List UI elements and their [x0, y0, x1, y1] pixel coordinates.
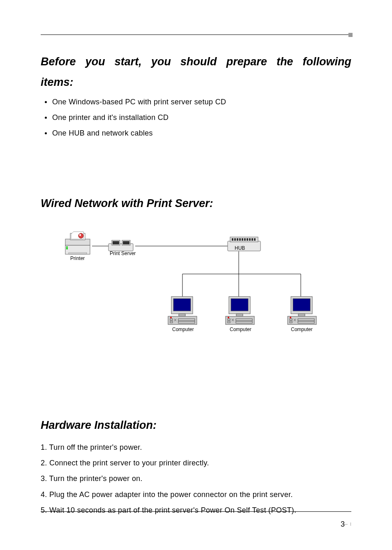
svg-rect-18: [113, 241, 119, 244]
install-step: Wait 10 seconds as part of the print ser…: [41, 505, 351, 515]
prep-item: One printer and it's installation CD: [41, 113, 351, 123]
svg-rect-13: [66, 248, 68, 249]
footer-rule: [41, 511, 351, 512]
install-step: Plug the AC power adapter into the power…: [41, 490, 351, 500]
svg-rect-7: [65, 245, 90, 254]
svg-rect-44: [231, 299, 248, 311]
footer-marker: [350, 522, 351, 526]
label-computer: Computer: [230, 327, 251, 332]
svg-point-40: [170, 317, 172, 318]
svg-rect-34: [179, 314, 185, 316]
svg-rect-24: [237, 238, 238, 241]
svg-point-62: [290, 317, 291, 318]
svg-rect-55: [293, 299, 310, 311]
svg-rect-31: [254, 238, 256, 241]
svg-point-11: [79, 234, 81, 236]
heading-line2: items:: [41, 72, 74, 93]
prep-item: One HUB and network cables: [41, 128, 351, 138]
header-marker: [348, 33, 353, 37]
svg-rect-25: [239, 238, 241, 241]
svg-rect-33: [173, 299, 191, 311]
label-hub: HUB: [235, 245, 245, 251]
svg-point-10: [78, 233, 83, 238]
svg-rect-12: [66, 246, 68, 248]
label-computer: Computer: [172, 327, 194, 332]
svg-rect-23: [234, 238, 236, 241]
heading-line1: Before you start, you should prepare the…: [41, 55, 351, 68]
header-rule: [41, 35, 351, 35]
install-steps: Turn off the printer's power. Connect th…: [41, 442, 351, 515]
label-computer: Computer: [291, 327, 313, 332]
svg-rect-56: [298, 314, 305, 316]
svg-point-51: [228, 317, 229, 318]
footer-marker: [344, 524, 348, 525]
svg-rect-26: [242, 238, 243, 241]
svg-rect-19: [123, 241, 129, 244]
page-content: Before you start, you should prepare the…: [41, 52, 351, 521]
svg-rect-28: [247, 238, 248, 241]
install-step: Connect the print server to your printer…: [41, 458, 351, 468]
label-printer: Printer: [70, 255, 85, 261]
svg-rect-27: [244, 238, 246, 241]
prep-list: One Windows-based PC with print server s…: [41, 97, 351, 139]
heading-prepare: Before you start, you should prepare the…: [41, 52, 351, 93]
network-diagram: Printer Print Server HUB Computer Comput…: [41, 221, 351, 348]
install-step: Turn the printer's power on.: [41, 474, 351, 484]
svg-rect-30: [251, 238, 253, 241]
svg-rect-45: [236, 314, 243, 316]
prep-item: One Windows-based PC with print server s…: [41, 97, 351, 107]
svg-rect-22: [232, 238, 233, 241]
svg-rect-29: [249, 238, 251, 241]
label-printserver: Print Server: [110, 251, 136, 256]
heading-hardware: Hardware Installation:: [41, 418, 351, 433]
heading-wired: Wired Network with Print Server:: [41, 196, 351, 212]
install-step: Turn off the printer's power.: [41, 442, 351, 453]
